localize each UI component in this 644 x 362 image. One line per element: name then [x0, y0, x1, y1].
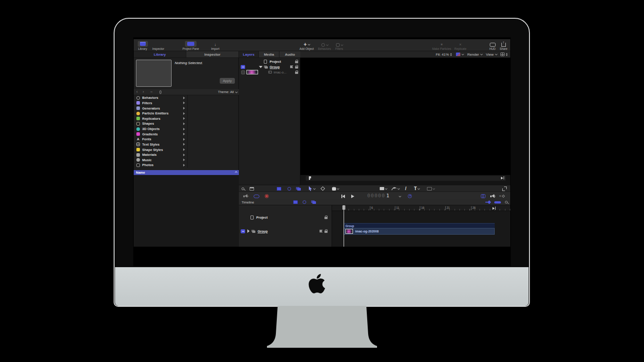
library-category-shapes[interactable]: Shapes [134, 121, 239, 126]
view-dropdown[interactable]: View [486, 53, 496, 57]
forward-button[interactable]: › [143, 90, 144, 94]
timeline-row-project[interactable]: Project [239, 215, 332, 220]
disclosure-triangle-icon[interactable] [259, 66, 263, 68]
search-button[interactable] [242, 185, 244, 192]
crop-distort-tool[interactable] [321, 185, 324, 192]
keyframe-nav-button[interactable]: « [499, 193, 505, 199]
camera-toggle-button[interactable] [481, 193, 485, 199]
toolbar-behaviors-button[interactable]: Behaviors [316, 39, 333, 51]
library-category-generators[interactable]: Generators [134, 106, 239, 111]
mute-button[interactable]: × [243, 193, 249, 199]
remove-button[interactable]: − [150, 90, 152, 94]
timeline-row-group[interactable]: Group [239, 228, 332, 234]
play-button[interactable] [351, 193, 354, 199]
timeline-track-area[interactable]: 6 11 16 21 26 Group imac-og-202008 [332, 205, 510, 247]
library-category-filters[interactable]: Filters [134, 101, 239, 106]
line-tool[interactable]: / [405, 185, 406, 192]
toolbar-filters-button[interactable]: Filters [332, 39, 346, 51]
zoom-fit-icon[interactable] [505, 201, 508, 203]
playhead[interactable] [344, 205, 344, 247]
library-category-gradients[interactable]: Gradients [134, 131, 239, 137]
library-category-particle-emitters[interactable]: Particle Emitters [134, 111, 239, 116]
import-icon: ↓ [214, 43, 217, 47]
toolbar-import-button[interactable]: ↓ Import [208, 39, 223, 51]
toolbar-hud-button[interactable]: HUD [487, 39, 498, 51]
tab-inspector[interactable]: Inspector [186, 51, 239, 57]
toolbar-share-button[interactable]: Share [497, 39, 510, 51]
apply-button[interactable]: Apply [220, 78, 235, 84]
library-category-photos[interactable]: Photos [134, 163, 239, 168]
gradients-category-icon [136, 132, 140, 136]
layout-dropdown[interactable] [500, 53, 508, 56]
chevron-down-icon [385, 187, 387, 189]
filters-category-icon [136, 101, 140, 105]
timeline-ruler[interactable]: 6 11 16 21 26 [332, 205, 510, 211]
back-button[interactable]: ‹ [136, 90, 138, 94]
disclosure-triangle-icon[interactable] [247, 229, 250, 233]
new-window-button[interactable] [250, 185, 254, 192]
theme-dropdown[interactable]: Theme: All [218, 90, 237, 94]
layers-row-media-item[interactable]: imac-o... [239, 69, 300, 75]
lock-icon[interactable] [324, 231, 328, 233]
chevron-down-icon [399, 195, 401, 197]
library-category-3d-objects[interactable]: 3D Objects [134, 126, 239, 132]
timeline-track-group[interactable]: Group [344, 223, 495, 228]
lock-icon[interactable] [295, 66, 298, 69]
visibility-checkbox[interactable] [241, 70, 245, 74]
render-dropdown[interactable]: Render [468, 53, 482, 57]
canvas-viewport[interactable] [300, 58, 510, 175]
library-category-shape-styles[interactable]: Shape Styles [134, 147, 239, 152]
library-category-behaviors[interactable]: Behaviors [134, 95, 239, 101]
loop-button[interactable] [254, 193, 259, 199]
bezier-tool[interactable] [391, 185, 399, 192]
layers-row-group[interactable]: Group [239, 64, 300, 69]
layers-icon[interactable] [311, 200, 316, 204]
pan-zoom-tool[interactable] [332, 185, 339, 192]
go-to-start-button[interactable] [341, 193, 345, 199]
toolbar-project-pane-button[interactable]: Project Pane [178, 39, 203, 51]
mask-tool[interactable] [427, 185, 435, 192]
tab-audio[interactable]: Audio [279, 51, 300, 57]
show-curves-button[interactable] [287, 185, 291, 192]
record-button[interactable] [265, 193, 269, 199]
toolbar-add-object-button[interactable]: + Add Object [296, 39, 317, 51]
circle-icon[interactable] [303, 200, 306, 204]
library-category-text-styles[interactable]: A Text Styles [134, 142, 239, 147]
lock-icon[interactable] [324, 217, 328, 219]
audio-toggle-button[interactable] [490, 193, 495, 199]
expand-view-button[interactable] [502, 185, 507, 192]
channels-dropdown[interactable] [456, 53, 464, 56]
name-column-header[interactable]: Name [134, 170, 239, 175]
shape-tool[interactable] [380, 185, 387, 192]
library-category-replicators[interactable]: Replicators [134, 116, 239, 122]
canvas[interactable]: Fit: 41% Render View [300, 51, 510, 175]
visibility-checkbox[interactable] [241, 229, 245, 233]
filmstrip-icon[interactable] [293, 200, 298, 204]
keyframes-toggle-icon[interactable] [485, 201, 491, 203]
lock-icon[interactable] [295, 61, 298, 63]
tab-layers[interactable]: Layers [239, 51, 259, 57]
show-layers-button[interactable] [296, 185, 301, 192]
stack-view-icon[interactable] [160, 90, 161, 94]
show-filmstrip-button[interactable] [277, 185, 281, 192]
layers-row-project[interactable]: Project [239, 59, 300, 64]
tab-media[interactable]: Media [259, 51, 279, 57]
library-category-materials[interactable]: Materials [134, 152, 239, 158]
visibility-checkbox[interactable] [241, 65, 245, 69]
toolbar-inspector-button[interactable]: Inspector [149, 39, 168, 51]
timeline-zoom-slider[interactable] [494, 201, 501, 203]
toolbar-replicate-button[interactable]: × Replicate [451, 39, 470, 51]
lock-icon[interactable] [295, 72, 298, 74]
library-category-music[interactable]: Music [134, 158, 239, 163]
timecode-display[interactable]: 000001 [367, 192, 390, 199]
zoom-level-dropdown[interactable]: Fit: 41% [436, 53, 452, 57]
select-transform-tool[interactable] [308, 185, 315, 192]
toolbar-library-button[interactable]: Library [135, 39, 150, 51]
library-category-fonts[interactable]: A Fonts [134, 137, 239, 142]
timecode-dropdown[interactable] [399, 193, 401, 199]
tab-library[interactable]: Library [134, 51, 186, 57]
mini-timeline[interactable] [306, 176, 506, 181]
timer-button[interactable] [408, 193, 412, 199]
timeline-track-media[interactable]: imac-og-202008 [344, 228, 495, 235]
text-tool[interactable]: T [414, 185, 419, 192]
